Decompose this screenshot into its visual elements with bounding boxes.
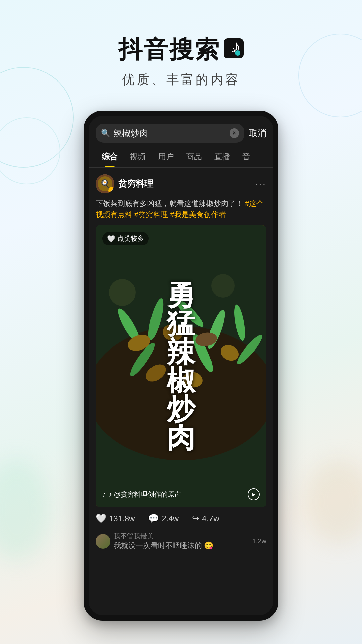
search-input[interactable]: 辣椒炒肉 (113, 127, 226, 139)
app-subtitle: 优质、丰富的内容 (0, 71, 362, 88)
audio-bar: ♪ ♪ @贫穷料理创作的原声 ▶ (102, 488, 260, 500)
app-title: 抖音搜索 𝅘𝅥𝅮 ♪ (0, 34, 362, 66)
svg-point-25 (211, 274, 235, 298)
search-input-wrapper[interactable]: 🔍 辣椒炒肉 × (96, 124, 244, 143)
svg-point-24 (109, 279, 136, 306)
username[interactable]: 贫穷料理 (118, 178, 153, 190)
app-title-text: 抖音搜索 (118, 34, 220, 66)
video-overlay-line2: 猛 (167, 309, 196, 338)
commenter-avatar (96, 534, 110, 549)
comments-count: 2.4w (162, 514, 179, 523)
tab-视频[interactable]: 视频 (124, 146, 152, 167)
video-overlay-line6: 肉 (167, 423, 196, 452)
verified-badge: ✓ (108, 187, 114, 193)
tabs-bar: 综合 视频 用户 商品 直播 音 (89, 146, 273, 168)
search-bar-area: 🔍 辣椒炒肉 × 取消 (89, 116, 273, 143)
likes-count: 131.8w (109, 514, 135, 523)
stats-row: 🤍 131.8w 💬 2.4w ↪ 4.7w (96, 507, 266, 528)
heart-icon: 🤍 (107, 235, 115, 243)
comment-text: 我就没一次看时不咽唾沫的 😋 (114, 541, 213, 551)
bg-blob-right (305, 460, 362, 543)
post-text-main: 下饭菜到底有多凶猛，就看这道辣椒炒肉了！ (96, 199, 243, 208)
tab-商品[interactable]: 商品 (180, 146, 208, 167)
comment-content: 我不管我最美 我就没一次看时不咽唾沫的 😋 (114, 532, 213, 551)
user-info: 🍳 ✓ 贫穷料理 (96, 174, 153, 193)
tiktok-small-icon: ♪ (102, 490, 106, 499)
content-area: 🍳 ✓ 贫穷料理 ··· 下饭菜到底有多凶猛，就看这道辣椒炒肉了！ (89, 168, 273, 615)
post-header: 🍳 ✓ 贫穷料理 ··· (96, 174, 266, 193)
comment-preview: 我不管我最美 我就没一次看时不咽唾沫的 😋 1.2w (96, 528, 266, 554)
audio-text: ♪ @贫穷料理创作的原声 (109, 490, 181, 499)
stat-likes[interactable]: 🤍 131.8w (96, 513, 135, 524)
likes-badge: 🤍 点赞较多 (102, 232, 149, 245)
tab-音[interactable]: 音 (236, 146, 256, 167)
stat-shares[interactable]: ↪ 4.7w (192, 513, 219, 524)
video-overlay-line3: 辣 (167, 338, 196, 366)
phone-frame: 🔍 辣椒炒肉 × 取消 综合 视频 用户 商品 (84, 111, 278, 621)
header-section: 抖音搜索 𝅘𝅥𝅮 ♪ 优质、丰富的内容 (0, 0, 362, 102)
shares-count: 4.7w (202, 514, 219, 523)
search-icon: 🔍 (101, 129, 110, 138)
svg-text:🍳: 🍳 (100, 179, 110, 189)
commenter-name: 我不管我最美 (114, 532, 213, 541)
video-overlay-line4: 椒 (167, 366, 196, 395)
post-card: 🍳 ✓ 贫穷料理 ··· 下饭菜到底有多凶猛，就看这道辣椒炒肉了！ (96, 174, 266, 554)
video-overlay-line1: 勇 (167, 281, 196, 309)
avatar[interactable]: 🍳 ✓ (96, 174, 114, 193)
tab-综合[interactable]: 综合 (96, 146, 124, 167)
like-icon: 🤍 (96, 513, 106, 524)
play-button[interactable]: ▶ (248, 488, 260, 500)
video-container[interactable]: 🤍 点赞较多 勇 猛 辣 椒 炒 肉 (96, 225, 266, 507)
tab-直播[interactable]: 直播 (208, 146, 236, 167)
tiktok-note-icon: 𝅘𝅥𝅮 ♪ (224, 38, 244, 61)
audio-info: ♪ ♪ @贫穷料理创作的原声 (102, 490, 181, 499)
tab-用户[interactable]: 用户 (152, 146, 180, 167)
comment-icon: 💬 (148, 513, 159, 524)
post-description: 下饭菜到底有多凶猛，就看这道辣椒炒肉了！ #这个视频有点料 #贫穷料理 #我是美… (96, 198, 266, 220)
more-options-button[interactable]: ··· (255, 178, 266, 190)
stat-comments[interactable]: 💬 2.4w (148, 513, 179, 524)
likes-badge-text: 点赞较多 (117, 234, 144, 243)
search-cancel-button[interactable]: 取消 (249, 127, 266, 139)
phone-mockup: 🔍 辣椒炒肉 × 取消 综合 视频 用户 商品 (84, 111, 278, 621)
comment-count-right: 1.2w (252, 537, 266, 545)
phone-screen: 🔍 辣椒炒肉 × 取消 综合 视频 用户 商品 (89, 116, 273, 615)
share-icon: ↪ (192, 513, 199, 524)
video-title-overlay: 勇 猛 辣 椒 炒 肉 (167, 281, 196, 452)
svg-text:♪: ♪ (231, 44, 237, 54)
search-clear-button[interactable]: × (230, 128, 239, 138)
video-overlay-line5: 炒 (167, 395, 196, 423)
bg-blob-left (0, 460, 50, 560)
